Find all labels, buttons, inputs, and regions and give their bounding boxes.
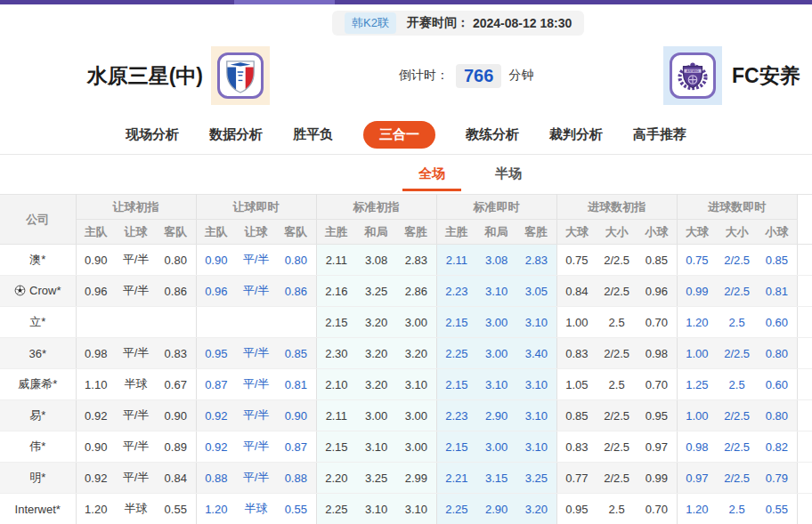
odds-cell[interactable]: 0.60 xyxy=(757,369,797,400)
odds-cell[interactable]: 半球 xyxy=(236,494,276,524)
away-team-logo[interactable]: ANYANG xyxy=(663,46,722,105)
odds-cell[interactable]: 1.00 xyxy=(677,400,717,431)
odds-cell[interactable]: 0.60 xyxy=(757,307,797,338)
nav-tab-现场分析[interactable]: 现场分析 xyxy=(126,126,179,143)
odds-cell[interactable]: 1.00 xyxy=(677,338,717,369)
odds-cell[interactable]: 0.92 xyxy=(196,431,236,463)
odds-cell[interactable]: 平/半 xyxy=(236,463,276,494)
odds-cell[interactable]: 0.55 xyxy=(757,494,797,524)
odds-cell[interactable]: 0.82 xyxy=(757,431,797,463)
odds-cell[interactable]: 0.95 xyxy=(196,338,236,369)
odds-cell[interactable]: 平/半 xyxy=(236,369,276,400)
odds-cell[interactable]: 0.87 xyxy=(276,431,316,463)
odds-cell[interactable]: 0.55 xyxy=(276,494,316,524)
odds-cell[interactable]: 0.85 xyxy=(757,245,797,276)
odds-cell[interactable]: 0.90 xyxy=(276,400,316,431)
odds-cell[interactable]: 3.00 xyxy=(476,307,516,338)
odds-cell: 0.70 xyxy=(637,369,677,400)
odds-cell[interactable]: 2.83 xyxy=(516,245,556,276)
company-name-inner: 伟* xyxy=(29,439,45,455)
odds-cell[interactable]: 2.23 xyxy=(436,276,476,307)
nav-tab-教练分析[interactable]: 教练分析 xyxy=(466,126,519,143)
odds-cell[interactable]: 0.80 xyxy=(757,400,797,431)
odds-cell[interactable]: 2.5 xyxy=(717,307,757,338)
odds-cell[interactable]: 0.92 xyxy=(196,400,236,431)
home-team-name[interactable]: 水原三星(中) xyxy=(0,36,203,115)
odds-cell[interactable]: 0.79 xyxy=(757,463,797,494)
home-team-logo[interactable] xyxy=(211,46,270,105)
odds-cell[interactable]: 2.25 xyxy=(436,494,476,524)
away-team-name[interactable]: FC安养 xyxy=(732,36,800,115)
odds-cell[interactable]: 3.20 xyxy=(516,494,556,524)
odds-cell[interactable]: 2.5 xyxy=(717,494,757,524)
odds-cell[interactable]: 0.98 xyxy=(677,431,717,463)
nav-tab-数据分析[interactable]: 数据分析 xyxy=(209,126,263,143)
countdown-value: 766 xyxy=(456,64,501,88)
nav-tab-高手推荐[interactable]: 高手推荐 xyxy=(633,126,686,143)
odds-cell[interactable]: 平/半 xyxy=(236,245,276,276)
odds-cell[interactable]: 1.25 xyxy=(677,369,717,400)
odds-cell: 0.84 xyxy=(156,463,196,494)
odds-cell: 3.00 xyxy=(396,431,436,463)
odds-cell[interactable]: 3.00 xyxy=(476,431,516,463)
odds-cell[interactable]: 2/2.5 xyxy=(717,400,757,431)
odds-cell[interactable]: 0.75 xyxy=(677,245,717,276)
odds-cell[interactable]: 0.81 xyxy=(276,369,316,400)
odds-cell[interactable]: 2/2.5 xyxy=(717,463,757,494)
odds-cell[interactable]: 3.08 xyxy=(476,245,516,276)
odds-cell[interactable]: 3.10 xyxy=(476,369,516,400)
odds-cell[interactable]: 3.10 xyxy=(476,276,516,307)
odds-cell[interactable]: 1.20 xyxy=(677,307,717,338)
odds-cell[interactable]: 平/半 xyxy=(236,338,276,369)
nav-tab-裁判分析[interactable]: 裁判分析 xyxy=(549,126,603,143)
odds-cell[interactable]: 3.10 xyxy=(516,307,556,338)
odds-cell[interactable]: 0.80 xyxy=(757,338,797,369)
away-crest-icon: ANYANG xyxy=(675,58,710,93)
odds-cell[interactable]: 0.99 xyxy=(677,276,717,307)
subtab-半场[interactable]: 半场 xyxy=(479,155,538,191)
odds-cell[interactable]: 平/半 xyxy=(236,276,276,307)
odds-cell[interactable]: 1.20 xyxy=(677,494,717,524)
odds-cell[interactable]: 0.97 xyxy=(677,463,717,494)
nav-tab-三合一[interactable]: 三合一 xyxy=(363,121,435,149)
odds-cell[interactable]: 2.21 xyxy=(436,463,476,494)
sub-header: 小球 xyxy=(637,220,677,245)
odds-cell[interactable]: 平/半 xyxy=(236,400,276,431)
odds-cell[interactable]: 1.20 xyxy=(196,494,236,524)
odds-cell[interactable]: 3.40 xyxy=(516,338,556,369)
odds-cell[interactable]: 0.96 xyxy=(196,276,236,307)
nav-tab-胜平负[interactable]: 胜平负 xyxy=(293,126,333,143)
odds-cell[interactable]: 2/2.5 xyxy=(717,245,757,276)
odds-cell[interactable]: 0.88 xyxy=(196,463,236,494)
odds-cell[interactable]: 3.25 xyxy=(516,463,556,494)
odds-cell[interactable]: 2/2.5 xyxy=(717,431,757,463)
odds-cell[interactable]: 2.90 xyxy=(476,400,516,431)
odds-cell[interactable]: 2/2.5 xyxy=(717,276,757,307)
odds-cell[interactable]: 3.10 xyxy=(516,400,556,431)
odds-cell[interactable]: 3.00 xyxy=(476,338,516,369)
odds-cell[interactable]: 3.10 xyxy=(516,369,556,400)
odds-cell[interactable]: 0.86 xyxy=(276,276,316,307)
odds-cell[interactable]: 3.10 xyxy=(516,431,556,463)
odds-cell[interactable]: 3.05 xyxy=(516,276,556,307)
subtab-全场[interactable]: 全场 xyxy=(402,155,461,191)
odds-cell[interactable]: 2.25 xyxy=(436,338,476,369)
odds-cell[interactable]: 平/半 xyxy=(236,431,276,463)
odds-cell[interactable]: 0.90 xyxy=(196,245,236,276)
odds-cell[interactable]: 2.23 xyxy=(436,400,476,431)
odds-cell[interactable]: 0.80 xyxy=(276,245,316,276)
odds-cell[interactable]: 2.11 xyxy=(436,245,476,276)
odds-cell[interactable]: 2.15 xyxy=(436,431,476,463)
odds-cell[interactable]: 0.88 xyxy=(276,463,316,494)
odds-cell[interactable]: 0.85 xyxy=(276,338,316,369)
odds-cell[interactable]: 2.90 xyxy=(476,494,516,524)
odds-cell[interactable]: 2.15 xyxy=(436,369,476,400)
odds-cell[interactable]: 3.15 xyxy=(476,463,516,494)
odds-cell: 半球 xyxy=(116,494,156,524)
odds-cell[interactable]: 2.5 xyxy=(717,369,757,400)
group-header-进球数初指: 进球数初指 xyxy=(556,195,677,220)
odds-cell[interactable]: 2.15 xyxy=(436,307,476,338)
odds-cell[interactable]: 2/2.5 xyxy=(717,338,757,369)
odds-cell[interactable]: 0.87 xyxy=(196,369,236,400)
odds-cell[interactable]: 0.81 xyxy=(757,276,797,307)
